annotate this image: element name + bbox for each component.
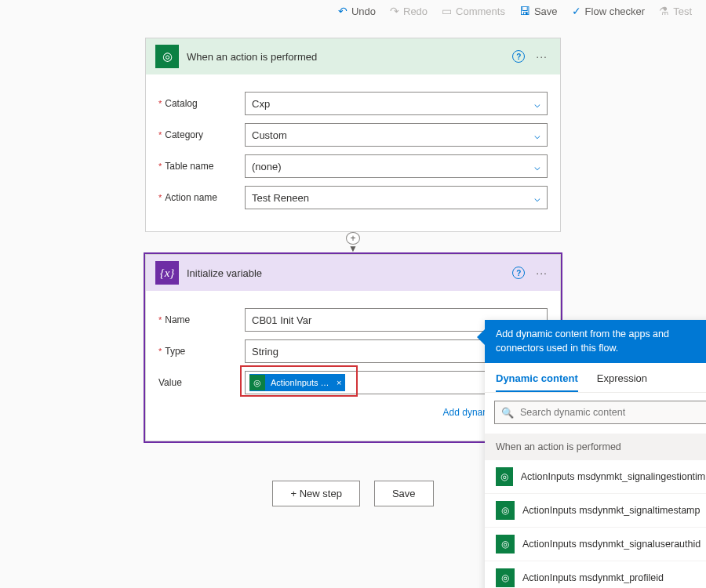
trigger-card: ◎ When an action is performed ? ··· Cata… xyxy=(145,38,561,232)
flow-checker-button[interactable]: ✓Flow checker xyxy=(572,5,646,17)
bottom-actions: + New step Save xyxy=(272,481,433,506)
initialize-variable-title: Initialize variable xyxy=(187,267,504,279)
undo-button[interactable]: ↶Undo xyxy=(338,5,376,17)
dynamic-item-label: ActionInputs msdynmkt_profileid xyxy=(522,572,664,583)
initialize-variable-header[interactable]: {x} Initialize variable ? ··· xyxy=(146,255,560,291)
undo-label: Undo xyxy=(351,5,376,17)
type-label: Type xyxy=(158,339,245,363)
undo-icon: ↶ xyxy=(338,5,348,17)
redo-button: ↷Redo xyxy=(390,5,428,17)
dataverse-icon: ◎ xyxy=(496,535,515,554)
dynamic-item[interactable]: ◎ActionInputs msdynmkt_profileid xyxy=(485,561,706,588)
tab-expression[interactable]: Expression xyxy=(597,372,647,392)
toolbar: ↶Undo ↷Redo ▭Comments 🖫Save ✓Flow checke… xyxy=(0,0,706,22)
catalog-value: Cxp xyxy=(252,98,270,110)
chevron-down-icon: ⌵ xyxy=(534,192,540,204)
comments-icon: ▭ xyxy=(442,5,452,17)
dynamic-content-panel: Add dynamic content from the apps and co… xyxy=(485,320,706,588)
comments-label: Comments xyxy=(456,5,505,17)
table-label: Table name xyxy=(158,154,245,178)
dynamic-token[interactable]: ◎ ActionInputs m… × xyxy=(249,374,345,391)
test-button: ⚗Test xyxy=(659,5,692,17)
value-label: Value xyxy=(158,371,245,394)
name-value: CB01 Init Var xyxy=(252,314,311,326)
chevron-down-icon: ⌵ xyxy=(534,98,540,110)
more-icon[interactable]: ··· xyxy=(533,50,551,63)
redo-icon: ↷ xyxy=(390,5,399,17)
comments-button: ▭Comments xyxy=(442,5,505,17)
tab-dynamic-content[interactable]: Dynamic content xyxy=(496,372,578,392)
table-select[interactable]: (none)⌵ xyxy=(245,154,548,178)
dynamic-item-label: ActionInputs msdynmkt_signaltimestamp xyxy=(522,505,700,516)
dataverse-icon: ◎ xyxy=(496,568,515,587)
test-icon: ⚗ xyxy=(659,5,669,17)
action-label: Action name xyxy=(158,186,245,209)
category-select[interactable]: Custom⌵ xyxy=(245,123,548,147)
catalog-select[interactable]: Cxp⌵ xyxy=(245,92,548,115)
search-icon: 🔍 xyxy=(501,407,514,419)
help-icon[interactable]: ? xyxy=(512,50,525,63)
table-value: (none) xyxy=(252,161,282,172)
flow-checker-label: Flow checker xyxy=(585,5,646,17)
arrow-down-icon: ▼ xyxy=(348,243,358,254)
dynamic-item-label: ActionInputs msdynmkt_signaluserauthid xyxy=(522,539,701,550)
test-label: Test xyxy=(673,5,692,17)
name-label: Name xyxy=(158,308,245,332)
chevron-down-icon: ⌵ xyxy=(534,161,540,172)
type-value: String xyxy=(252,346,278,358)
category-value: Custom xyxy=(252,129,287,141)
dataverse-icon: ◎ xyxy=(155,45,179,68)
redo-label: Redo xyxy=(403,5,428,17)
trigger-title: When an action is performed xyxy=(187,51,504,63)
search-input[interactable] xyxy=(520,407,706,418)
group-header: When an action is performed xyxy=(485,434,706,460)
dynamic-item[interactable]: ◎ActionInputs msdynmkt_signalingestionti… xyxy=(485,460,706,494)
dynamic-item[interactable]: ◎ActionInputs msdynmkt_signaluserauthid xyxy=(485,528,706,561)
trigger-card-body: Catalog Cxp⌵ Category Custom⌵ Table name… xyxy=(146,74,560,231)
catalog-label: Catalog xyxy=(158,92,245,115)
flow-checker-icon: ✓ xyxy=(572,5,581,17)
action-value: Test Reneen xyxy=(252,192,309,204)
token-text: ActionInputs m… xyxy=(268,378,333,387)
save-button[interactable]: 🖫Save xyxy=(519,5,558,17)
more-icon[interactable]: ··· xyxy=(533,267,551,279)
dataverse-icon: ◎ xyxy=(249,375,265,390)
dynamic-item-label: ActionInputs msdynmkt_signalingestiontim… xyxy=(521,471,706,482)
help-icon[interactable]: ? xyxy=(512,267,525,279)
callout-arrow-icon xyxy=(477,329,485,345)
chevron-down-icon: ⌵ xyxy=(534,129,540,141)
dynamic-item[interactable]: ◎ActionInputs msdynmkt_signaltimestamp xyxy=(485,494,706,528)
trigger-card-header[interactable]: ◎ When an action is performed ? ··· xyxy=(146,38,560,74)
panel-headline: Add dynamic content from the apps and co… xyxy=(485,320,706,363)
save-step-button[interactable]: Save xyxy=(374,481,434,506)
save-label: Save xyxy=(534,5,558,17)
new-step-button[interactable]: + New step xyxy=(272,481,359,506)
variable-icon: {x} xyxy=(155,261,179,285)
action-select[interactable]: Test Reneen⌵ xyxy=(245,186,548,209)
remove-token-button[interactable]: × xyxy=(333,378,345,387)
step-connector: + ▼ xyxy=(346,232,360,254)
panel-tabs: Dynamic content Expression xyxy=(485,363,706,393)
category-label: Category xyxy=(158,123,245,147)
search-box[interactable]: 🔍 xyxy=(494,401,706,424)
dataverse-icon: ◎ xyxy=(496,467,513,486)
save-icon: 🖫 xyxy=(519,5,530,17)
dataverse-icon: ◎ xyxy=(496,501,515,520)
